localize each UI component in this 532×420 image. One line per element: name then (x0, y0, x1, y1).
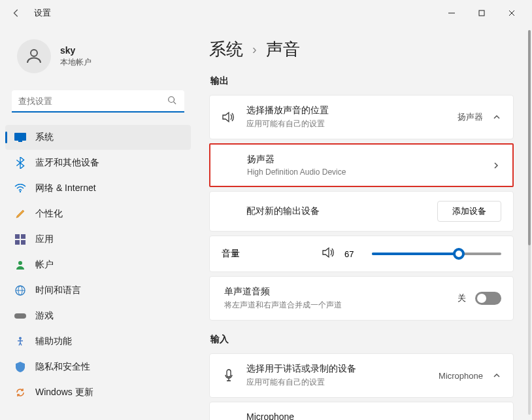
output-device-card[interactable]: 扬声器 High Definition Audio Device (209, 143, 514, 187)
profile-subtitle: 本地帐户 (60, 57, 91, 68)
wifi-icon (14, 183, 26, 194)
input-choose-card[interactable]: 选择用于讲话或录制的设备 应用可能有自己的设置 Microphone (209, 353, 514, 398)
nav-item-network[interactable]: 网络 & Internet (5, 176, 191, 201)
back-button[interactable] (10, 7, 22, 19)
chevron-right-icon: › (252, 42, 257, 57)
volume-icon[interactable] (322, 247, 335, 261)
nav-label: 应用 (35, 234, 54, 245)
svg-rect-12 (15, 240, 20, 245)
chevron-right-icon (491, 161, 501, 170)
nav-label: 蓝牙和其他设备 (35, 157, 99, 169)
svg-point-5 (169, 97, 175, 103)
scrollbar-thumb[interactable] (528, 30, 531, 245)
nav-label: 隐私和安全性 (35, 361, 90, 373)
input-choose-title: 选择用于讲话或录制的设备 (246, 363, 428, 375)
nav-label: Windows 更新 (35, 387, 93, 398)
sidebar: sky 本地帐户 系统 蓝牙和其他设备 网络 & Internet 个性化 应用… (0, 26, 196, 420)
svg-point-9 (20, 191, 21, 192)
add-device-button[interactable]: 添加设备 (437, 201, 501, 222)
output-choose-sub: 应用可能有自己的设置 (246, 118, 447, 130)
output-choose-card[interactable]: 选择播放声音的位置 应用可能有自己的设置 扬声器 (209, 95, 514, 139)
nav-list: 系统 蓝牙和其他设备 网络 & Internet 个性化 应用 帐户 时间和语言… (0, 124, 196, 420)
update-icon (14, 387, 26, 398)
person-icon (14, 259, 26, 271)
microphone-icon (222, 369, 236, 382)
globe-icon (14, 285, 26, 296)
nav-item-gaming[interactable]: 游戏 (5, 304, 191, 328)
nav-label: 辅助功能 (35, 336, 72, 347)
chevron-up-icon (492, 418, 501, 421)
search-input[interactable] (12, 90, 184, 113)
nav-item-apps[interactable]: 应用 (5, 227, 191, 252)
gamepad-icon (14, 310, 26, 322)
minimize-button[interactable] (437, 3, 467, 24)
mono-sub: 将左声道和右声道合并成一个声道 (224, 300, 447, 311)
nav-label: 帐户 (35, 259, 54, 271)
accessibility-icon (14, 336, 26, 347)
nav-label: 系统 (35, 131, 54, 143)
title-bar: 设置 (0, 0, 532, 26)
maximize-button[interactable] (467, 3, 497, 24)
nav-item-windows-update[interactable]: Windows 更新 (5, 380, 191, 405)
profile-block[interactable]: sky 本地帐户 (0, 34, 196, 86)
svg-rect-13 (21, 240, 25, 245)
input-choose-sub: 应用可能有自己的设置 (246, 377, 428, 388)
profile-name: sky (60, 45, 91, 56)
app-title: 设置 (34, 7, 51, 19)
nav-label: 个性化 (35, 208, 63, 220)
shield-icon (14, 361, 26, 373)
scrollbar[interactable] (528, 30, 531, 415)
svg-rect-20 (227, 370, 231, 377)
svg-line-6 (174, 102, 176, 105)
nav-item-accessibility[interactable]: 辅助功能 (5, 329, 191, 354)
input-section-title: 输入 (210, 334, 514, 345)
output-choose-value: 扬声器 (457, 111, 483, 123)
nav-label: 游戏 (35, 310, 54, 322)
nav-item-bluetooth[interactable]: 蓝牙和其他设备 (5, 150, 191, 175)
input-choose-value: Microphone (439, 371, 483, 381)
svg-point-4 (31, 50, 37, 56)
bluetooth-icon (14, 157, 26, 169)
svg-point-14 (18, 261, 22, 265)
close-button[interactable] (497, 3, 527, 24)
nav-item-system[interactable]: 系统 (5, 125, 191, 150)
mono-state-label: 关 (457, 292, 466, 304)
mono-title: 单声道音频 (224, 286, 447, 298)
nav-item-privacy[interactable]: 隐私和安全性 (5, 355, 191, 379)
chevron-up-icon (492, 113, 501, 122)
nav-label: 网络 & Internet (35, 183, 96, 194)
pair-device-title: 配对新的输出设备 (246, 205, 427, 217)
output-section-title: 输出 (210, 75, 514, 87)
system-icon (14, 131, 26, 143)
input-device-title: Microphone (246, 411, 482, 420)
brush-icon (14, 208, 26, 220)
apps-icon (14, 234, 26, 245)
svg-rect-1 (479, 10, 484, 16)
output-choose-title: 选择播放声音的位置 (246, 105, 447, 116)
svg-rect-18 (14, 313, 26, 319)
breadcrumb-root[interactable]: 系统 (209, 38, 243, 61)
nav-item-time-language[interactable]: 时间和语言 (5, 278, 191, 303)
volume-label: 音量 (222, 248, 313, 260)
content-pane: 系统 › 声音 输出 选择播放声音的位置 应用可能有自己的设置 扬声器 (196, 26, 532, 420)
svg-point-19 (19, 337, 22, 340)
nav-item-personalization[interactable]: 个性化 (5, 201, 191, 226)
input-device-card[interactable]: Microphone High Definition Audio Device (209, 402, 514, 420)
mono-toggle[interactable] (475, 292, 501, 305)
output-device-sub: High Definition Audio Device (247, 167, 481, 177)
chevron-up-icon (492, 371, 501, 380)
svg-rect-10 (15, 234, 20, 239)
nav-item-accounts[interactable]: 帐户 (5, 253, 191, 277)
mono-audio-card[interactable]: 单声道音频 将左声道和右声道合并成一个声道 关 (209, 276, 514, 321)
svg-rect-7 (14, 133, 26, 141)
volume-card: 音量 67 (209, 236, 514, 272)
svg-rect-11 (21, 234, 25, 239)
breadcrumb-current: 声音 (266, 38, 300, 61)
avatar (17, 39, 51, 73)
pair-device-card: 配对新的输出设备 添加设备 (209, 191, 514, 232)
volume-value: 67 (344, 249, 363, 259)
svg-rect-8 (18, 141, 22, 142)
breadcrumb: 系统 › 声音 (209, 38, 514, 61)
search-icon (167, 96, 176, 107)
volume-slider[interactable] (372, 253, 501, 255)
